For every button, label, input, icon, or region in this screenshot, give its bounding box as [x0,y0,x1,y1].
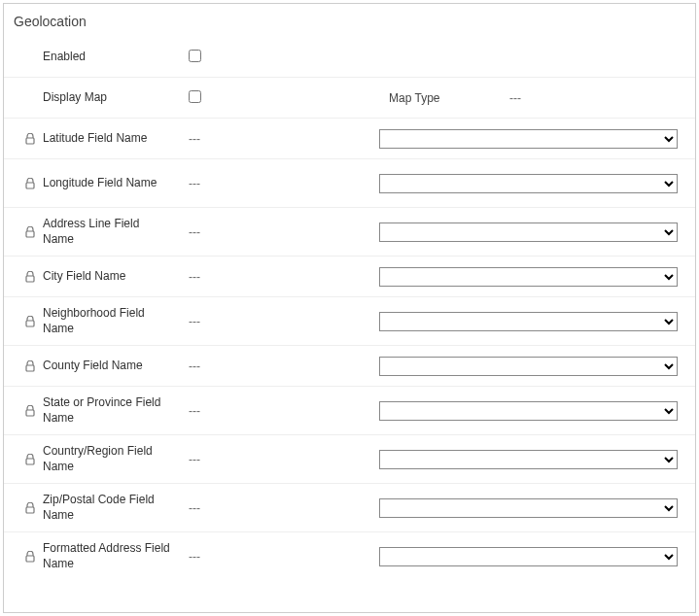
svg-rect-6 [26,410,34,416]
enabled-label: Enabled [43,50,86,65]
latitude-static: --- [179,132,373,146]
address-line-static: --- [179,225,373,239]
select-cell [373,498,695,518]
select-cell [373,357,695,376]
geolocation-panel: Geolocation Enabled Display Map Map Type… [3,3,696,613]
zip-label: Zip/Postal Code Field Name [43,493,171,523]
formatted-static: --- [179,550,373,564]
select-cell [373,401,695,421]
country-static: --- [179,453,373,466]
neighborhood-select[interactable] [379,312,678,331]
longitude-label: Longitude Field Name [43,176,157,191]
row-latitude: Latitude Field Name --- [4,119,695,159]
city-static: --- [179,270,373,284]
label-cell: Neighborhood Field Name [4,306,179,336]
city-select[interactable] [379,267,678,287]
formatted-label: Formatted Address Field Name [43,541,171,571]
lock-icon [23,502,37,514]
select-cell [373,450,695,469]
map-type-label: Map Type [373,91,509,105]
latitude-label: Latitude Field Name [43,131,147,147]
svg-rect-4 [26,321,34,326]
svg-rect-3 [26,276,34,282]
lock-icon [23,405,37,417]
county-label: County Field Name [43,359,143,374]
row-country: Country/Region Field Name --- [4,435,695,484]
lock-icon [23,316,37,327]
svg-rect-7 [26,459,34,464]
longitude-static: --- [179,177,373,190]
svg-rect-8 [26,507,34,513]
row-county: County Field Name --- [4,346,695,387]
row-address-line: Address Line Field Name --- [4,208,695,257]
state-label: State or Province Field Name [43,395,171,426]
label-cell: Enabled [4,50,179,65]
row-formatted: Formatted Address Field Name --- [4,532,695,581]
country-label: Country/Region Field Name [43,444,171,474]
lock-icon [23,178,37,189]
zip-static: --- [179,501,373,515]
row-display-map: Display Map Map Type --- [4,78,695,119]
map-type-value: --- [509,91,607,105]
select-cell [373,129,695,149]
label-cell: Longitude Field Name [4,176,179,191]
address-line-select[interactable] [379,222,678,242]
select-cell [373,267,695,287]
lock-icon [23,551,37,563]
svg-rect-1 [26,183,34,188]
label-cell: City Field Name [4,269,179,285]
display-map-label: Display Map [43,90,107,106]
country-select[interactable] [379,450,678,469]
state-static: --- [179,404,373,418]
address-line-label: Address Line Field Name [43,217,171,247]
label-cell: Zip/Postal Code Field Name [4,493,179,523]
row-longitude: Longitude Field Name --- [4,159,695,208]
display-map-checkbox[interactable] [189,90,201,103]
row-enabled: Enabled [4,37,695,78]
zip-select[interactable] [379,498,678,518]
latitude-select[interactable] [379,129,678,149]
lock-icon [23,454,37,465]
label-cell: State or Province Field Name [4,395,179,426]
county-static: --- [179,359,373,373]
neighborhood-static: --- [179,315,373,328]
state-select[interactable] [379,401,678,421]
lock-icon [23,226,37,238]
lock-icon [23,271,37,283]
neighborhood-label: Neighborhood Field Name [43,306,171,336]
enabled-checkbox[interactable] [189,50,201,62]
label-cell: Formatted Address Field Name [4,541,179,571]
label-cell: Latitude Field Name [4,131,179,147]
label-cell: Display Map [4,90,179,106]
lock-icon [23,133,37,145]
longitude-select[interactable] [379,174,678,193]
label-cell: Address Line Field Name [4,217,179,247]
label-cell: County Field Name [4,359,179,374]
panel-title: Geolocation [4,4,695,37]
county-select[interactable] [379,357,678,376]
row-neighborhood: Neighborhood Field Name --- [4,297,695,346]
row-state: State or Province Field Name --- [4,387,695,435]
svg-rect-2 [26,231,34,237]
check-cell [179,50,373,65]
select-cell [373,222,695,242]
check-cell [179,90,373,106]
select-cell [373,547,695,566]
city-label: City Field Name [43,269,125,285]
row-zip: Zip/Postal Code Field Name --- [4,484,695,532]
select-cell [373,312,695,331]
svg-rect-5 [26,365,34,371]
formatted-select[interactable] [379,547,678,566]
select-cell [373,174,695,193]
row-city: City Field Name --- [4,257,695,297]
lock-icon [23,360,37,372]
svg-rect-9 [26,556,34,562]
label-cell: Country/Region Field Name [4,444,179,474]
svg-rect-0 [26,138,34,144]
